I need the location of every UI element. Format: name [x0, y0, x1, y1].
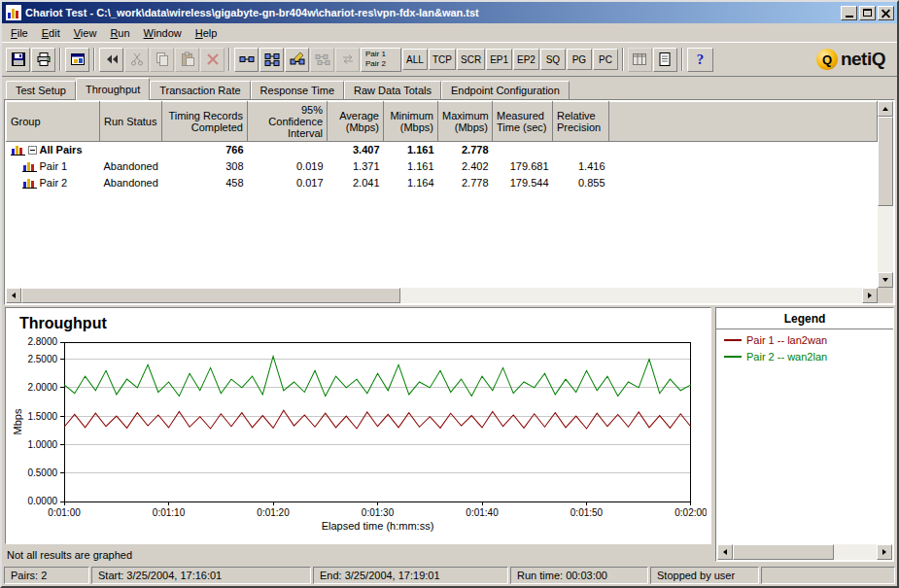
col-timing-records[interactable]: Timing Records Completed — [162, 102, 248, 142]
legend-swatch-1 — [724, 339, 742, 341]
chart-panel: Throughput 0.00000.50001.00001.50002.000… — [5, 307, 711, 544]
menu-help[interactable]: Help — [189, 24, 225, 42]
legend-horizontal-scrollbar[interactable] — [717, 544, 892, 560]
scroll-left-button[interactable] — [6, 288, 21, 303]
svg-text:0:01:50: 0:01:50 — [571, 507, 604, 518]
svg-text:0.0000: 0.0000 — [27, 497, 57, 507]
col-maximum[interactable]: Maximum (Mbps) — [438, 102, 493, 142]
col-relative-precision[interactable]: Relative Precision — [553, 102, 609, 142]
netiq-sphere-icon: Q — [816, 49, 838, 70]
legend-title: Legend — [716, 308, 893, 329]
maximize-button[interactable] — [859, 6, 876, 20]
pair-visibility-button[interactable]: Pair 1 Pair 2 — [361, 48, 401, 72]
col-average[interactable]: Average (Mbps) — [328, 102, 384, 142]
toolbar-separator — [93, 48, 95, 71]
status-filler — [761, 567, 895, 584]
scroll-left-button[interactable] — [717, 544, 733, 560]
svg-text:1.5000: 1.5000 — [27, 411, 57, 422]
col-run-status[interactable]: Run Status — [100, 102, 162, 142]
add-pair-button[interactable] — [234, 48, 259, 72]
chart-column: Throughput 0.00000.50001.00001.50002.000… — [5, 307, 711, 563]
table-row-pair-2[interactable]: Pair 2 Abandoned 458 0.017 2.041 1.164 2… — [7, 175, 878, 191]
run-options-button[interactable] — [65, 48, 89, 72]
scroll-thumb[interactable] — [733, 544, 834, 560]
col-confidence[interactable]: 95% Confidence Interval — [248, 102, 328, 142]
svg-text:2.0000: 2.0000 — [27, 382, 57, 393]
print-button[interactable] — [31, 48, 55, 72]
tab-throughput[interactable]: Throughput — [76, 78, 150, 100]
copy-button — [150, 48, 174, 72]
menu-run[interactable]: Run — [103, 24, 136, 42]
filter-ep1-button[interactable]: EP1 — [486, 49, 512, 70]
menu-bar: File Edit View Run Window Help — [2, 23, 897, 43]
toolbar: Pair 1 Pair 2 ALL TCP SCR EP1 EP2 SQ PG … — [2, 43, 897, 77]
table-horizontal-scrollbar[interactable] — [6, 288, 878, 303]
col-minimum[interactable]: Minimum (Mbps) — [384, 102, 438, 142]
scroll-thumb[interactable] — [21, 288, 400, 303]
collapse-expander-icon[interactable] — [28, 146, 37, 155]
toolbar-separator — [59, 48, 61, 71]
menu-edit[interactable]: Edit — [35, 24, 67, 42]
filler-cell — [609, 158, 878, 175]
scroll-thumb[interactable] — [878, 117, 893, 206]
legend-item: Pair 2 -- wan2lan — [716, 346, 893, 363]
arrow-right-icon — [882, 549, 886, 555]
table-row-all-pairs[interactable]: All Pairs 766 3.407 1.161 2.778 — [7, 142, 878, 158]
stop-run-button[interactable] — [99, 48, 123, 72]
menu-window[interactable]: Window — [137, 24, 189, 42]
table-header-row: Group Run Status Timing Records Complete… — [7, 102, 878, 142]
filter-all-button[interactable]: ALL — [402, 49, 428, 70]
group-label: All Pairs — [40, 144, 83, 156]
add-pair-group-button[interactable] — [259, 48, 284, 72]
col-measured-time[interactable]: Measured Time (sec) — [493, 102, 553, 142]
pair-chart-icon — [11, 144, 25, 156]
report-button[interactable] — [653, 48, 677, 72]
tab-raw-data-totals[interactable]: Raw Data Totals — [344, 81, 441, 99]
col-group[interactable]: Group — [7, 102, 100, 142]
close-button[interactable] — [878, 6, 894, 20]
tab-response-time[interactable]: Response Time — [251, 81, 344, 99]
table-vertical-scrollbar[interactable] — [878, 101, 893, 288]
filter-tcp-button[interactable]: TCP — [429, 49, 456, 70]
svg-text:0.5000: 0.5000 — [27, 467, 57, 478]
timing-records-cell: 766 — [162, 142, 248, 158]
status-start-time: Start: 3/25/2004, 17:16:01 — [91, 567, 311, 584]
menu-view[interactable]: View — [67, 24, 104, 42]
table-row-pair-1[interactable]: Pair 1 Abandoned 308 0.019 1.371 1.161 2… — [7, 158, 878, 175]
netiq-logo-text: netiQ — [841, 49, 885, 70]
svg-text:0:01:40: 0:01:40 — [466, 507, 499, 518]
average-cell: 1.371 — [328, 158, 384, 175]
scroll-down-button[interactable] — [878, 272, 893, 288]
filter-ep2-button[interactable]: EP2 — [513, 49, 539, 70]
delete-button — [200, 48, 225, 72]
scroll-right-button[interactable] — [877, 544, 892, 560]
minimum-cell: 1.161 — [384, 158, 438, 175]
filler-cell — [609, 175, 878, 191]
titlebar[interactable]: Chariot Test - C:\_work\data\wireless\gi… — [2, 2, 897, 23]
edit-pair-button[interactable] — [285, 48, 309, 72]
scroll-right-button[interactable] — [862, 288, 878, 303]
minimum-cell: 1.161 — [384, 142, 438, 158]
filler-cell — [609, 142, 878, 158]
tab-test-setup[interactable]: Test Setup — [6, 81, 76, 99]
scroll-up-button[interactable] — [878, 101, 893, 117]
tab-transaction-rate[interactable]: Transaction Rate — [150, 81, 250, 99]
results-panel: Group Run Status Timing Records Complete… — [4, 99, 895, 305]
save-button[interactable] — [6, 48, 30, 72]
app-icon[interactable] — [6, 5, 21, 20]
filter-pc-button[interactable]: PC — [593, 49, 618, 70]
arrow-down-icon — [882, 278, 888, 282]
maximize-icon — [863, 9, 872, 17]
tab-endpoint-configuration[interactable]: Endpoint Configuration — [441, 81, 570, 99]
filter-sq-button[interactable]: SQ — [540, 49, 566, 70]
svg-text:0:02:00: 0:02:00 — [674, 507, 707, 518]
netiq-sphere-letter: Q — [822, 52, 832, 67]
filter-scr-button[interactable]: SCR — [457, 49, 485, 70]
netiq-logo: Q netiQ — [816, 49, 893, 70]
minimize-button[interactable] — [841, 6, 857, 20]
col-filler — [609, 102, 878, 142]
pair2-toggle-label: Pair 2 — [365, 59, 386, 69]
help-button[interactable]: ? — [687, 48, 713, 72]
menu-file[interactable]: File — [4, 24, 35, 42]
filter-pg-button[interactable]: PG — [567, 49, 592, 70]
